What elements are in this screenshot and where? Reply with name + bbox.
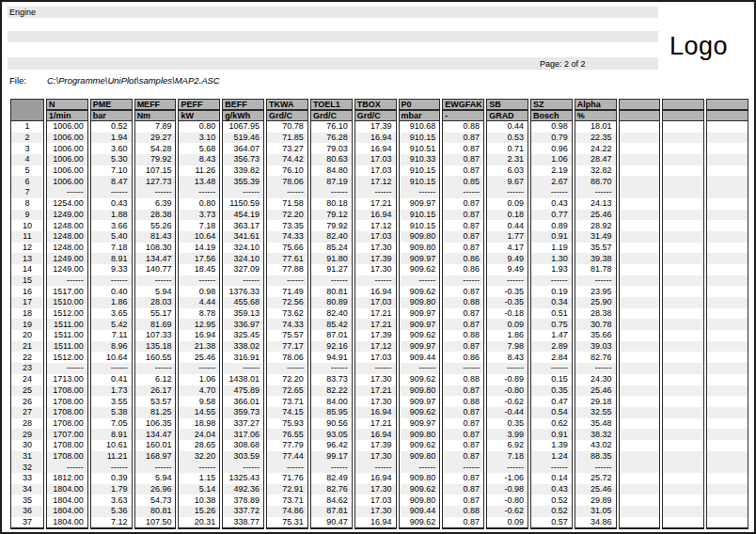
table-row: 11006.000.527.890.801067.9570.7876.1017.… [10, 121, 748, 133]
report-page: Engine Page: 2 of 2 Logo File:C:\Program… [0, 0, 756, 534]
table-cell: 26.96 [134, 484, 177, 495]
table-cell [619, 330, 661, 341]
table-cell: 99.17 [310, 451, 353, 463]
table-cell: 88.70 [575, 176, 617, 187]
table-cell: 0.40 [90, 286, 133, 297]
table-cell: 1376.33 [222, 286, 264, 297]
table-cell [706, 462, 748, 473]
table-cell: ------ [486, 275, 528, 287]
table-cell: 17.12 [354, 341, 397, 353]
table-cell: 0.62 [530, 418, 573, 430]
table-cell: 910.15 [399, 210, 441, 221]
table-row: 111248.005.4081.4310.64341.6174.3382.401… [10, 231, 748, 243]
table-cell: 72.56 [266, 297, 308, 308]
row-number: 5 [10, 165, 44, 177]
table-cell: 55.26 [134, 220, 177, 231]
table-cell: 75.31 [266, 517, 308, 529]
table-cell: 30.78 [575, 319, 617, 330]
table-cell: 17.03 [354, 352, 397, 363]
table-cell: 359.13 [222, 308, 264, 320]
separator-row: 15--------------------------------------… [10, 275, 748, 287]
table-cell: ------ [46, 363, 88, 374]
table-cell: 3.66 [90, 220, 133, 231]
table-cell [619, 253, 661, 264]
table-cell: ------ [266, 275, 308, 287]
table-cell [619, 363, 661, 374]
table-cell: 8.47 [90, 176, 133, 187]
table-cell: 316.91 [222, 352, 264, 363]
table-cell: 1006.00 [46, 176, 88, 187]
table-cell: 7.12 [90, 517, 133, 529]
table-cell: 17.30 [354, 506, 397, 517]
table-cell: ------ [134, 363, 177, 374]
table-cell: 1708.00 [46, 418, 88, 430]
table-cell: -0.35 [486, 297, 528, 308]
table-cell: 71.58 [266, 198, 308, 210]
table-cell [706, 231, 748, 243]
table-cell: 359.73 [222, 407, 264, 418]
table-cell: 1.79 [90, 484, 133, 495]
table-row: 31006.003.6054.285.68364.0773.2779.0316.… [10, 143, 748, 154]
table-cell: 0.54 [530, 407, 573, 418]
table-cell: 88.35 [575, 451, 617, 463]
table-cell: 80.81 [134, 506, 177, 517]
table-cell: 5.94 [134, 473, 177, 484]
column-unit [662, 110, 704, 121]
table-cell: 0.80 [178, 121, 220, 133]
table-row: 201511.007.11107.3316.94325.4575.5787.01… [10, 330, 748, 341]
table-cell: 1150.59 [222, 198, 264, 210]
table-cell: 317.06 [222, 429, 264, 440]
table-cell: 366.01 [222, 396, 264, 407]
table-cell [619, 396, 661, 407]
table-cell: 0.98 [178, 286, 220, 297]
table-cell: 9.49 [486, 264, 528, 275]
table-cell [662, 165, 704, 177]
table-cell [662, 341, 704, 353]
table-cell: 9.49 [486, 253, 528, 264]
table-cell: 74.42 [266, 154, 308, 165]
table-cell [706, 473, 748, 484]
row-number: 33 [10, 473, 44, 484]
table-cell: 80.81 [310, 286, 353, 297]
table-cell: 0.96 [530, 143, 573, 154]
table-cell [706, 253, 748, 264]
row-number: 16 [10, 286, 44, 297]
table-cell: 5.38 [90, 407, 133, 418]
table-row: 41006.005.3079.928.43356.7374.4280.6317.… [10, 154, 748, 165]
table-cell: -1.06 [486, 473, 528, 484]
table-cell: 339.82 [222, 165, 264, 177]
table-cell: 7.18 [486, 451, 528, 463]
table-cell: 72.91 [266, 484, 308, 495]
table-cell: 72.65 [266, 385, 308, 397]
table-cell: 1006.00 [46, 154, 88, 165]
table-cell: 8.91 [90, 253, 133, 264]
table-cell: 73.35 [266, 220, 308, 231]
column-header: SZ [530, 99, 573, 110]
table-cell: 55.17 [134, 308, 177, 320]
row-number: 2 [10, 133, 44, 144]
table-cell: ------ [90, 275, 133, 287]
table-cell: 0.57 [530, 517, 573, 529]
table-cell: 17.12 [354, 220, 397, 231]
table-cell: 91.27 [310, 264, 353, 275]
table-cell: 1325.43 [222, 473, 264, 484]
table-cell: 82.40 [310, 308, 353, 320]
table-cell: 28.92 [575, 220, 617, 231]
table-cell: -0.80 [486, 495, 528, 506]
separator-row: 7---------------------------------------… [10, 187, 748, 198]
table-cell: 7.18 [178, 220, 220, 231]
table-cell: 25.46 [178, 352, 220, 363]
separator-row: 23--------------------------------------… [10, 363, 748, 374]
table-cell: 1511.00 [46, 341, 88, 353]
table-cell: 337.27 [222, 418, 264, 430]
table-cell: ------ [575, 187, 617, 198]
table-cell: 84.62 [310, 495, 353, 506]
table-cell [662, 429, 704, 440]
table-cell: 80.18 [310, 198, 353, 210]
table-cell: 77.88 [266, 264, 308, 275]
table-cell: 6.12 [134, 374, 177, 385]
table-cell: 17.03 [354, 231, 397, 243]
table-cell: 909.97 [399, 253, 441, 264]
row-number: 18 [10, 308, 44, 320]
table-cell [619, 429, 661, 440]
